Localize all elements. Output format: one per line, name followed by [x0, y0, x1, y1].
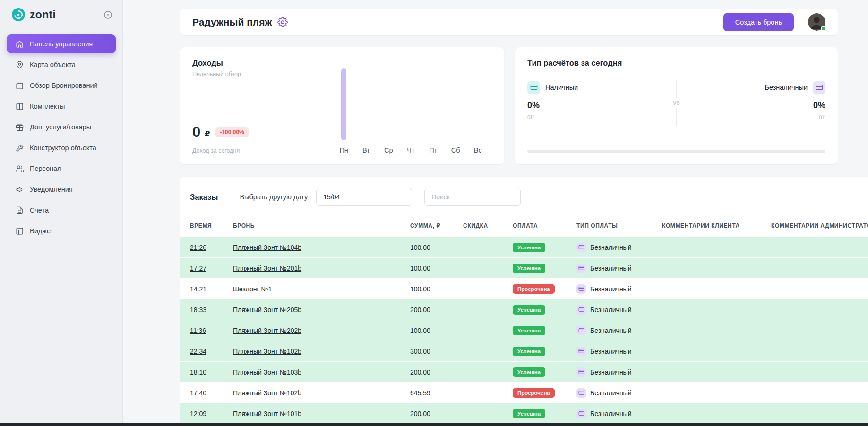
sidebar-item-extra-services[interactable]: Доп. услуги/товары: [7, 118, 116, 136]
column-header: ОПЛАТА: [513, 222, 576, 229]
settings-gear-icon[interactable]: [277, 17, 288, 27]
order-row: 11:36Пляжный Зонт №202b100.00УспешнаБезн…: [180, 320, 868, 341]
calendar-icon: [16, 82, 24, 90]
sidebar-item-notifications[interactable]: Уведомления: [7, 180, 116, 199]
zonti-logo-icon: [11, 8, 26, 22]
order-time-link[interactable]: 12:09: [190, 410, 206, 417]
sidebar-item-staff[interactable]: Персонал: [7, 159, 116, 178]
tool-icon: [16, 144, 24, 152]
chart-day-label: Вс: [474, 146, 482, 154]
page-title: Радужный пляж: [192, 17, 272, 28]
order-time-link[interactable]: 18:10: [190, 368, 206, 376]
order-booking-link[interactable]: Пляжный Зонт №201b: [233, 264, 301, 272]
date-input[interactable]: [316, 188, 412, 206]
order-booking-link[interactable]: Пляжный Зонт №102b: [233, 389, 301, 397]
income-title: Доходы: [192, 59, 313, 68]
cashless-column: Безналичный 0% 0₽: [686, 80, 826, 126]
chart-column-Вт: Вт: [355, 60, 377, 154]
column-header: СУММА, ₽: [410, 222, 463, 229]
order-amount: 200.00: [410, 410, 463, 417]
orders-title: Заказы: [190, 193, 218, 202]
payment-status-badge: Успешна: [513, 367, 545, 377]
payment-status-badge: Просрочена: [513, 284, 555, 294]
sidebar-item-label: Комплекты: [30, 102, 65, 110]
megaphone-icon: [16, 186, 24, 194]
payment-types-card: Тип расчётов за сегодня Наличный 0% 0₽ V…: [515, 47, 838, 164]
order-row: 17:40Пляжный Зонт №102b645.59ПросроченаБ…: [180, 383, 868, 403]
order-row: 17:27Пляжный Зонт №201b100.00УспешнаБезн…: [180, 258, 868, 279]
order-row: 14:21Шезлонг №1100.00ПросроченаБезналичн…: [180, 279, 868, 299]
payment-type-label: Безналичный: [590, 285, 632, 293]
cash-amount: 0₽: [527, 114, 667, 120]
income-summary: Доходы Недельный обзор 0 ₽ -100.00% Дохо…: [192, 59, 313, 154]
order-booking-link[interactable]: Пляжный Зонт №202b: [233, 327, 301, 334]
online-status-dot: [821, 26, 826, 31]
order-time-link[interactable]: 17:27: [190, 264, 206, 272]
users-icon: [16, 165, 24, 173]
order-time-link[interactable]: 17:40: [190, 389, 206, 397]
order-booking-link[interactable]: Пляжный Зонт №101b: [233, 410, 301, 417]
sidebar-item-dashboard[interactable]: Панель управления: [7, 34, 116, 53]
create-booking-button[interactable]: Создать бронь: [723, 13, 794, 31]
orders-table-header: ВРЕМЯБРОНЬСУММА, ₽СКИДКАОПЛАТАТИП ОПЛАТЫ…: [180, 214, 868, 237]
cashless-amount: 0₽: [819, 114, 825, 120]
chart-column-Пт: Пт: [422, 60, 444, 154]
payment-type-label: Безналичный: [590, 368, 632, 376]
income-change-badge: -100.00%: [215, 127, 248, 137]
search-input[interactable]: [424, 188, 521, 206]
order-booking-link[interactable]: Шезлонг №1: [233, 285, 272, 293]
order-time-link[interactable]: 11:36: [190, 327, 206, 334]
cash-column: Наличный 0% 0₽: [527, 80, 667, 126]
sidebar-item-label: Счета: [30, 206, 49, 214]
currency-symbol: ₽: [205, 129, 210, 138]
target-icon[interactable]: [103, 10, 113, 20]
sidebar: zonti Панель управленияКарта объектаОбзо…: [0, 0, 123, 426]
sidebar-item-widget[interactable]: Виджет: [7, 222, 116, 240]
user-avatar[interactable]: [808, 13, 825, 31]
orders-header: Заказы Выбрать другую дату: [180, 177, 868, 214]
order-amount: 200.00: [410, 368, 463, 376]
order-time-link[interactable]: 22:34: [190, 348, 206, 355]
orders-table: ВРЕМЯБРОНЬСУММА, ₽СКИДКАОПЛАТАТИП ОПЛАТЫ…: [180, 214, 868, 424]
card-icon: [576, 367, 586, 377]
payment-status-badge: Успешна: [513, 305, 545, 315]
sidebar-item-bookings-overview[interactable]: Обзор Бронирований: [7, 76, 116, 95]
main-content: Радужный пляж Создать бронь Доходы Недел…: [123, 0, 868, 426]
cashless-row: Безналичный: [765, 80, 825, 94]
sidebar-item-object-constructor[interactable]: Конструктор объекта: [7, 138, 116, 157]
payment-type-label: Безналичный: [590, 410, 632, 417]
sidebar-item-invoices[interactable]: Счета: [7, 201, 116, 220]
order-row: 18:33Пляжный Зонт №205b200.00УспешнаБезн…: [180, 299, 868, 320]
payment-status-badge: Успешна: [513, 326, 545, 335]
sidebar-item-label: Обзор Бронирований: [30, 82, 98, 89]
title-wrap: Радужный пляж: [192, 17, 288, 28]
order-time-link[interactable]: 18:33: [190, 306, 206, 314]
stats-row: Доходы Недельный обзор 0 ₽ -100.00% Дохо…: [180, 47, 838, 164]
logo[interactable]: zonti: [11, 8, 56, 22]
order-amount: 645.59: [410, 389, 463, 397]
chart-day-label: Сб: [451, 146, 460, 154]
chart-day-label: Пт: [429, 146, 437, 154]
income-amount: 0: [192, 124, 200, 141]
payment-types-title: Тип расчётов за сегодня: [527, 59, 825, 68]
order-row: 12:09Пляжный Зонт №101b200.00УспешнаБезн…: [180, 403, 868, 424]
income-amount-row: 0 ₽ -100.00%: [192, 124, 313, 141]
order-amount: 100.00: [410, 264, 463, 272]
card-icon: [576, 347, 586, 356]
sidebar-item-object-map[interactable]: Карта объекта: [7, 55, 116, 74]
order-booking-link[interactable]: Пляжный Зонт №104b: [233, 244, 301, 251]
chart-day-label: Чт: [407, 146, 414, 154]
column-header: ВРЕМЯ: [190, 222, 233, 229]
card-icon: [576, 409, 586, 418]
order-booking-link[interactable]: Пляжный Зонт №103b: [233, 368, 301, 376]
sidebar-item-kits[interactable]: Комплекты: [7, 97, 116, 116]
column-header: СКИДКА: [463, 222, 513, 229]
order-booking-link[interactable]: Пляжный Зонт №205b: [233, 306, 301, 314]
payment-type-label: Безналичный: [590, 389, 632, 397]
card-icon: [576, 326, 586, 335]
order-time-link[interactable]: 14:21: [190, 285, 206, 293]
order-booking-link[interactable]: Пляжный Зонт №102b: [233, 348, 301, 355]
payment-type-label: Безналичный: [590, 306, 632, 314]
order-row: 21:26Пляжный Зонт №104b100.00УспешнаБезн…: [180, 237, 868, 258]
order-time-link[interactable]: 21:26: [190, 244, 206, 251]
